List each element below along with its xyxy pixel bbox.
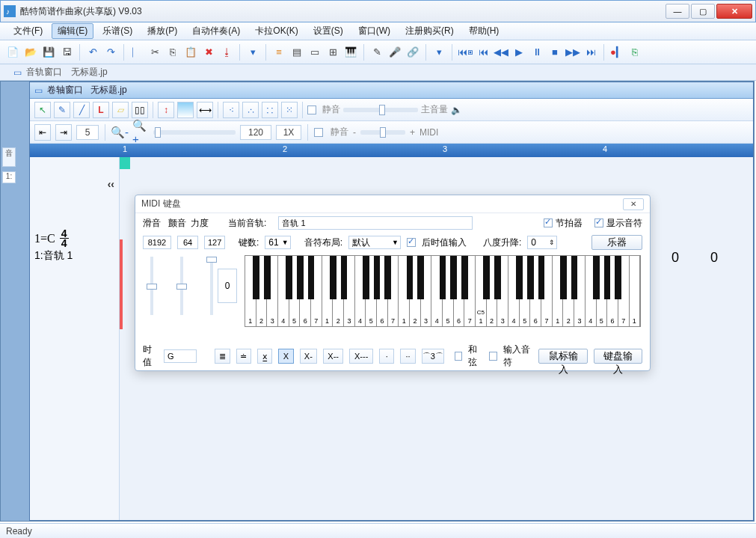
current-track-input[interactable]: [278, 216, 473, 230]
black-key[interactable]: [494, 256, 501, 299]
collapse-left-tool[interactable]: ⇤: [34, 124, 51, 141]
minimize-button[interactable]: —: [666, 4, 689, 19]
label-tool[interactable]: L: [93, 102, 109, 118]
trill-value[interactable]: [177, 236, 198, 249]
menu-file[interactable]: 文件(F): [7, 23, 49, 39]
layout-combo[interactable]: 默认▼: [348, 236, 401, 249]
dialog-close-button[interactable]: ✕: [623, 198, 644, 210]
rewind-icon[interactable]: ◀◀: [494, 46, 508, 59]
black-key[interactable]: [461, 256, 468, 299]
playhead[interactable]: [120, 157, 130, 169]
list-icon[interactable]: ▤: [290, 46, 304, 59]
black-key[interactable]: [483, 256, 490, 299]
page-icon[interactable]: ▭: [308, 46, 322, 59]
black-key[interactable]: [374, 256, 381, 299]
menu-auto-accomp[interactable]: 自动伴奏(A): [186, 23, 246, 39]
black-key[interactable]: [560, 256, 567, 299]
new-icon[interactable]: 📄: [6, 46, 19, 59]
black-key[interactable]: [253, 256, 259, 299]
menu-register[interactable]: 注册购买(R): [399, 23, 460, 39]
black-key[interactable]: [297, 256, 304, 299]
black-key[interactable]: [363, 256, 369, 299]
film-tool[interactable]: ▯▯: [132, 102, 148, 118]
instrument-button[interactable]: 乐器: [591, 235, 642, 250]
close-button[interactable]: [716, 4, 752, 19]
black-key[interactable]: [407, 256, 414, 299]
collapse-button[interactable]: ‹‹: [108, 178, 114, 190]
menu-play[interactable]: 播放(P): [141, 23, 183, 39]
black-key[interactable]: [538, 256, 545, 299]
dur-btn-8[interactable]: ··: [400, 349, 415, 364]
dots1-tool[interactable]: ⁖: [223, 102, 239, 118]
chord-checkbox[interactable]: [455, 352, 462, 361]
dur-btn-5[interactable]: X--: [323, 349, 343, 364]
dur-btn-3[interactable]: X: [278, 349, 293, 364]
dialog-titlebar[interactable]: MIDI 键盘 ✕: [135, 195, 650, 213]
mic-icon[interactable]: 🎤: [388, 46, 402, 59]
dots3-tool[interactable]: ⸬: [262, 102, 278, 118]
dur-btn-4[interactable]: X-: [300, 349, 318, 364]
tempo-value[interactable]: 120: [240, 125, 271, 140]
tab-track-window[interactable]: 音轨窗口: [26, 66, 62, 79]
save-all-icon[interactable]: 🖫: [60, 46, 73, 59]
updown-tool[interactable]: ↕: [158, 102, 174, 118]
black-key[interactable]: [604, 256, 611, 299]
open-icon[interactable]: 📂: [24, 46, 37, 59]
dropdown-icon[interactable]: ▾: [246, 46, 259, 59]
time-ruler[interactable]: 1 2 3 4: [30, 144, 753, 157]
black-key[interactable]: [450, 256, 457, 299]
dur-btn-6[interactable]: X---: [349, 349, 373, 364]
black-key[interactable]: [264, 256, 271, 299]
duration-input[interactable]: [164, 349, 197, 363]
black-key[interactable]: [308, 256, 315, 299]
paste-icon[interactable]: 📋: [184, 46, 197, 59]
black-key[interactable]: [615, 256, 621, 299]
keyboard-icon[interactable]: 🎹: [344, 46, 357, 59]
skip-back-icon[interactable]: ⏮: [476, 46, 490, 59]
dots2-tool[interactable]: ⸫: [242, 102, 259, 118]
dur-btn-9[interactable]: ⌒3⌒: [422, 349, 444, 364]
value-5[interactable]: 5: [76, 125, 99, 140]
black-key[interactable]: [593, 256, 600, 299]
trill-slider[interactable]: [173, 255, 191, 315]
zoom-in-icon[interactable]: 🔍+: [132, 124, 149, 141]
line-tool[interactable]: ╱: [73, 102, 90, 118]
play-icon[interactable]: ▶: [512, 46, 526, 59]
forward-icon[interactable]: ▶▶: [566, 46, 580, 59]
dropdown2-icon[interactable]: ▾: [432, 46, 446, 59]
dots4-tool[interactable]: ⁙: [281, 102, 298, 118]
marker-icon[interactable]: ⎸: [130, 46, 144, 59]
dur-btn-1[interactable]: ≐: [236, 349, 251, 364]
download-icon[interactable]: ⭳: [220, 46, 233, 59]
undo-icon[interactable]: ↶: [86, 46, 99, 59]
input-notes-checkbox[interactable]: [489, 352, 497, 361]
copy-icon[interactable]: ⎘: [166, 46, 179, 59]
metronome-checkbox[interactable]: [544, 218, 553, 227]
black-key[interactable]: [330, 256, 336, 299]
black-key[interactable]: [440, 256, 446, 299]
export-icon[interactable]: ⎘: [628, 46, 642, 59]
stop-start-icon[interactable]: ⏮▣: [458, 46, 472, 59]
wand-icon[interactable]: ✎: [370, 46, 384, 59]
speed-value[interactable]: 1X: [276, 125, 301, 140]
save-icon[interactable]: 💾: [42, 46, 55, 59]
menu-settings[interactable]: 设置(S): [307, 23, 349, 39]
ruler-tool[interactable]: ⟷: [197, 102, 213, 118]
delete-icon[interactable]: ✖: [202, 46, 215, 59]
black-key[interactable]: [384, 256, 391, 299]
white-key[interactable]: 1: [630, 256, 641, 326]
post-duration-checkbox[interactable]: [407, 238, 416, 247]
keyboard-input-button[interactable]: 键盘输入: [594, 349, 642, 364]
pointer-tool[interactable]: ↖: [34, 102, 51, 118]
child-titlebar[interactable]: ▭ 卷轴窗口 无标题.jp: [30, 82, 753, 99]
black-key[interactable]: [527, 256, 534, 299]
black-key[interactable]: [516, 256, 523, 299]
menu-help[interactable]: 帮助(H): [463, 23, 505, 39]
dur-btn-2[interactable]: x̲: [257, 349, 272, 364]
slide-value[interactable]: [143, 236, 171, 249]
menu-score[interactable]: 乐谱(S): [96, 23, 138, 39]
slide-slider[interactable]: [143, 255, 161, 315]
mouse-input-button[interactable]: 鼠标输入: [538, 349, 587, 364]
align-icon[interactable]: ≡: [272, 46, 286, 59]
menu-karaoke[interactable]: 卡拉OK(K): [249, 23, 304, 39]
